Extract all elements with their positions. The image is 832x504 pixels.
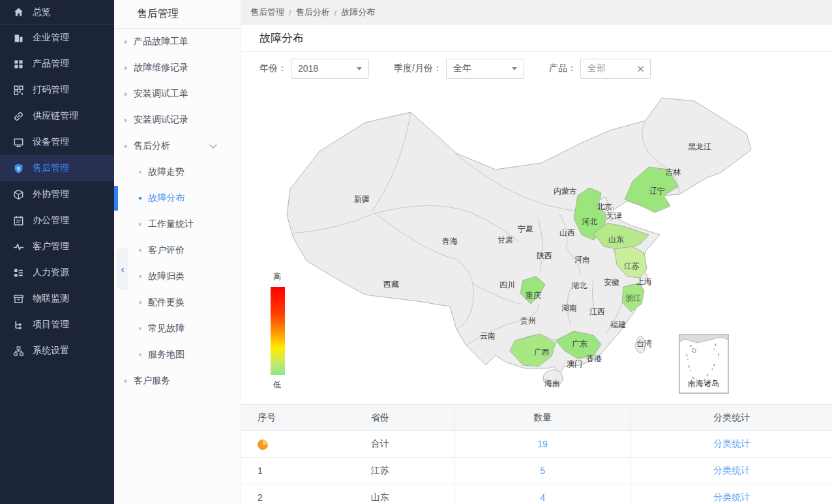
filter-bar: 年份： 2018 季度/月份： 全年 产品： 全部 ✕	[241, 52, 832, 85]
active-indicator-bar	[114, 186, 118, 211]
south-china-sea-inset	[679, 334, 728, 393]
submenu-item-label: 客户服务	[134, 375, 170, 387]
sidebar-item-supply-chain[interactable]: 供应链管理	[0, 103, 114, 129]
bullet-icon	[139, 249, 141, 252]
province-hainan[interactable]	[543, 370, 563, 387]
submenu-item-customer-rating[interactable]: 客户评价	[114, 237, 241, 263]
category-stats-link[interactable]: 分类统计	[713, 492, 750, 502]
link-icon	[13, 111, 24, 122]
sidebar-item-hr[interactable]: 人力资源	[0, 259, 114, 286]
submenu-item-service-map[interactable]: 服务地图	[114, 342, 241, 368]
sidebar-item-enterprise[interactable]: 企业管理	[0, 25, 114, 51]
submenu-item-fault-workorder[interactable]: 产品故障工单	[114, 29, 241, 55]
legend-high-label: 高	[273, 271, 297, 282]
sidebar-item-product[interactable]: 产品管理	[0, 51, 114, 77]
breadcrumb-item: 故障分布	[341, 7, 375, 18]
breadcrumb-separator: /	[289, 8, 291, 18]
count-link[interactable]: 19	[537, 439, 548, 449]
sidebar-item-label: 企业管理	[33, 32, 69, 44]
sidebar-item-iot[interactable]: 物联监测	[0, 286, 114, 312]
tree-icon	[13, 319, 24, 331]
submenu-item-label: 产品故障工单	[134, 36, 188, 48]
sidebar-collapse-handle[interactable]: ‹	[117, 248, 128, 289]
sidebar-item-project[interactable]: 项目管理	[0, 312, 114, 338]
submenu-item-install-workorder[interactable]: 安装调试工单	[114, 81, 241, 107]
qrcode-icon	[13, 85, 24, 96]
submenu-item-customer-service[interactable]: 客户服务	[114, 368, 241, 394]
submenu-item-aftersales-analysis[interactable]: 售后分析	[114, 133, 241, 159]
china-fault-map[interactable]: 高 低 新疆 西藏 青海 甘肃 宁夏 内蒙古 黑龙江 吉林 辽宁 北京 天津 河…	[241, 85, 832, 404]
category-stats-link[interactable]: 分类统计	[713, 438, 750, 449]
submenu-item-parts-replacement[interactable]: 配件更换	[114, 289, 241, 316]
submenu-item-label: 安装调试记录	[134, 114, 188, 126]
count-link[interactable]: 4	[540, 492, 545, 503]
period-filter-label: 季度/月份：	[394, 63, 442, 74]
col-header-category: 分类统计	[631, 405, 832, 431]
province-taiwan[interactable]	[636, 336, 646, 353]
table-row: 1 江苏 5 分类统计	[241, 458, 832, 484]
sidebar-item-settings[interactable]: 系统设置	[0, 338, 114, 364]
heat-legend: 高 低	[271, 271, 297, 391]
submenu-title: 售后管理	[114, 0, 241, 29]
submenu-item-label: 故障归类	[148, 271, 185, 282]
bullet-icon	[139, 223, 141, 226]
sidebar-item-aftersales[interactable]: 售 售后管理	[0, 155, 114, 181]
submenu-item-install-record[interactable]: 安装调试记录	[114, 107, 241, 133]
bullet-icon	[139, 327, 141, 330]
submenu-item-label: 故障分布	[148, 192, 185, 204]
sidebar-item-label: 外协管理	[33, 188, 69, 200]
main-content: 售后管理 / 售后分析 / 故障分布 故障分布 年份： 2018 季度/月份： …	[241, 0, 832, 504]
category-stats-link[interactable]: 分类统计	[713, 465, 750, 475]
bullet-icon	[124, 67, 127, 70]
pulse-icon	[13, 241, 24, 252]
sidebar-item-customer[interactable]: 客户管理	[0, 233, 114, 259]
submenu-item-workload-stats[interactable]: 工作量统计	[114, 211, 241, 237]
table-row: 2 山东 4 分类统计	[241, 484, 832, 504]
sidebar-item-label: 项目管理	[33, 319, 69, 331]
cell-province: 合计	[306, 431, 454, 458]
submenu-item-label: 故障维修记录	[134, 62, 188, 74]
sitemap-icon	[13, 346, 24, 357]
legend-gradient-bar	[271, 287, 285, 375]
sidebar-item-label: 售后管理	[33, 162, 69, 174]
year-filter-label: 年份：	[260, 63, 287, 74]
submenu-item-repair-record[interactable]: 故障维修记录	[114, 55, 241, 81]
cell-province: 山东	[306, 484, 454, 504]
count-link[interactable]: 5	[540, 466, 545, 476]
sidebar-item-label: 打码管理	[33, 84, 69, 96]
sidebar-item-label: 产品管理	[33, 58, 69, 70]
sidebar-item-overview[interactable]: 总览	[0, 0, 114, 25]
fault-distribution-table: 序号 省份 数量 分类统计 合计 19 分类统计 1 江苏 5 分类统计 2 山…	[241, 404, 832, 504]
china-map-canvas[interactable]	[241, 85, 832, 404]
submenu-item-common-faults[interactable]: 常见故障	[114, 316, 241, 342]
col-header-province: 省份	[306, 405, 454, 431]
close-icon[interactable]: ✕	[636, 64, 645, 74]
submenu-item-label: 故障走势	[148, 166, 185, 178]
sidebar-item-equipment[interactable]: 设备管理	[0, 129, 114, 155]
shield-icon: 售	[13, 163, 24, 174]
submenu-item-fault-distribution[interactable]: 故障分布	[114, 185, 241, 211]
page-title: 故障分布	[241, 31, 304, 46]
product-input[interactable]: 全部 ✕	[580, 59, 651, 79]
product-filter-label: 产品：	[549, 63, 576, 74]
submenu-item-label: 服务地图	[148, 349, 185, 361]
table-header-row: 序号 省份 数量 分类统计	[241, 405, 832, 431]
grid-icon	[13, 59, 24, 70]
submenu-item-label: 安装调试工单	[134, 88, 188, 100]
breadcrumb-item[interactable]: 售后管理	[250, 7, 284, 18]
breadcrumb-item[interactable]: 售后分析	[296, 7, 330, 18]
year-select[interactable]: 2018	[291, 59, 369, 79]
col-header-seq: 序号	[241, 405, 306, 431]
caret-down-icon	[512, 67, 517, 70]
submenu-item-fault-trend[interactable]: 故障走势	[114, 159, 241, 185]
submenu-item-fault-category[interactable]: 故障归类	[114, 263, 241, 289]
table-row-total: 合计 19 分类统计	[241, 431, 832, 458]
sidebar-item-label: 总览	[33, 7, 51, 18]
sidebar-item-outsourcing[interactable]: 外协管理	[0, 181, 114, 207]
sidebar-item-coding[interactable]: 打码管理	[0, 77, 114, 103]
sidebar-item-office[interactable]: 办公管理	[0, 207, 114, 233]
bullet-icon	[124, 40, 127, 44]
period-select[interactable]: 全年	[446, 59, 524, 79]
bullet-icon	[139, 353, 141, 356]
calendar-icon	[13, 215, 24, 226]
